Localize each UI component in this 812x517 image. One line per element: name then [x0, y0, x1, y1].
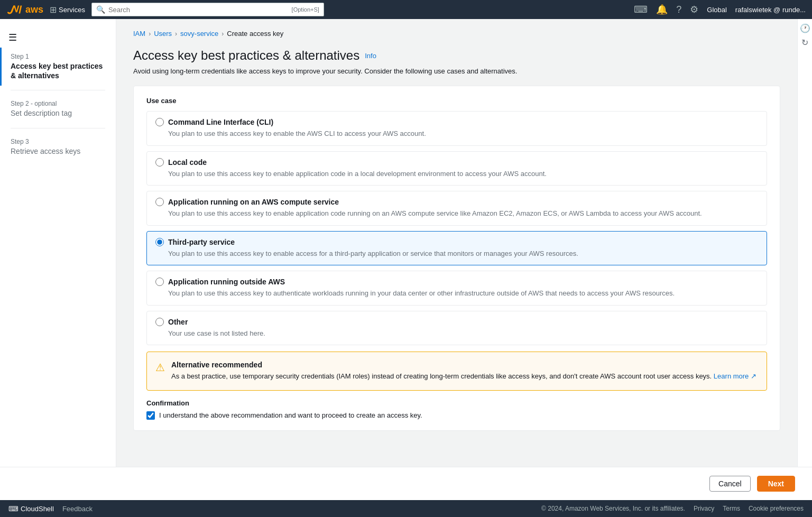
main-content: IAM › Users › sovy-service › Create acce…	[116, 19, 797, 467]
right-panel-reload-icon[interactable]: ↻	[801, 38, 808, 48]
option-aws-compute-title: Application running on an AWS compute se…	[168, 198, 339, 206]
option-outside-aws-title: Application running outside AWS	[168, 278, 285, 286]
radio-outside-aws[interactable]	[155, 278, 164, 286]
step1-label: Step 1	[11, 53, 105, 60]
step3-nav: Step 3 Retrieve access keys	[0, 133, 116, 161]
option-cli-desc: You plan to use this access key to enabl…	[168, 128, 758, 139]
right-panel: 🕐 ↻	[797, 19, 812, 467]
option-outside-aws[interactable]: Application running outside AWS You plan…	[146, 271, 767, 306]
info-link[interactable]: Info	[365, 52, 376, 60]
confirmation-checkbox-label[interactable]: I understand the above recommendation an…	[159, 411, 422, 419]
radio-local-code[interactable]	[155, 158, 164, 167]
option-cli-title: Command Line Interface (CLI)	[168, 118, 273, 126]
warning-text: As a best practice, use temporary securi…	[171, 371, 756, 382]
next-button[interactable]: Next	[757, 476, 795, 492]
confirmation-checkbox[interactable]	[146, 411, 155, 420]
top-navigation: aws ⊞ Services 🔍 [Option+S] ⌨ 🔔 ? ⚙ Glob…	[0, 0, 812, 19]
sidebar: ☰ Step 1 Access key best practices & alt…	[0, 19, 116, 467]
right-panel-clock-icon[interactable]: 🕐	[800, 23, 810, 33]
help-icon[interactable]: ?	[676, 4, 681, 15]
terms-link[interactable]: Terms	[723, 505, 740, 512]
page-subtitle: Avoid using long-term credentials like a…	[133, 67, 780, 75]
breadcrumb-users[interactable]: Users	[154, 30, 172, 38]
user-menu[interactable]: rafalswietek @ runde...	[735, 6, 806, 14]
step1-title: Access key best practices & alternatives	[11, 61, 105, 80]
confirmation-section: Confirmation I understand the above reco…	[146, 399, 767, 420]
step2-label: Step 2 - optional	[11, 100, 105, 107]
radio-aws-compute[interactable]	[155, 198, 164, 206]
option-third-party[interactable]: Third-party service You plan to use this…	[146, 231, 767, 266]
settings-icon[interactable]: ⚙	[690, 4, 698, 15]
option-local-code-desc: You plan to use this access key to enabl…	[168, 169, 758, 179]
learn-more-link[interactable]: Learn more ↗	[714, 372, 756, 380]
breadcrumb-iam[interactable]: IAM	[133, 30, 145, 38]
step2-title: Set description tag	[11, 108, 105, 118]
breadcrumb: IAM › Users › sovy-service › Create acce…	[133, 30, 780, 38]
grid-icon: ⊞	[50, 5, 57, 15]
feedback-link[interactable]: Feedback	[62, 505, 93, 513]
copyright: © 2024, Amazon Web Services, Inc. or its…	[541, 505, 685, 512]
step3-title: Retrieve access keys	[11, 146, 105, 156]
cookie-link[interactable]: Cookie preferences	[749, 505, 804, 512]
option-cli[interactable]: Command Line Interface (CLI) You plan to…	[146, 111, 767, 146]
option-aws-compute-desc: You plan to use this access key to enabl…	[168, 208, 758, 219]
page-title: Access key best practices & alternatives…	[133, 48, 780, 63]
cloudshell-button[interactable]: ⌨ CloudShell	[8, 505, 54, 513]
breadcrumb-current: Create access key	[227, 30, 283, 38]
option-other-title: Other	[168, 318, 188, 326]
search-shortcut: [Option+S]	[292, 6, 319, 13]
privacy-link[interactable]: Privacy	[694, 505, 714, 512]
footer-actions: Cancel Next	[0, 467, 812, 500]
breadcrumb-service[interactable]: sovy-service	[180, 30, 218, 38]
step2-nav: Step 2 - optional Set description tag	[0, 95, 116, 123]
warning-box: ⚠ Alternative recommended As a best prac…	[146, 352, 767, 391]
search-icon: 🔍	[96, 5, 105, 14]
bell-icon[interactable]: 🔔	[656, 4, 668, 15]
nav-right: ⌨ 🔔 ? ⚙ Global rafalswietek @ runde...	[634, 4, 806, 15]
use-case-card: Use case Command Line Interface (CLI) Yo…	[133, 86, 780, 431]
radio-third-party[interactable]	[155, 238, 164, 246]
warning-content: Alternative recommended As a best practi…	[171, 361, 756, 382]
cloudshell-icon[interactable]: ⌨	[634, 4, 648, 15]
services-menu[interactable]: ⊞ Services	[50, 5, 85, 15]
breadcrumb-sep3: ›	[222, 30, 224, 38]
step1-nav: Step 1 Access key best practices & alter…	[0, 48, 116, 86]
breadcrumb-sep2: ›	[175, 30, 177, 38]
sidebar-toggle[interactable]: ☰	[0, 27, 116, 48]
use-case-label: Use case	[146, 97, 767, 105]
services-label: Services	[59, 6, 85, 14]
warning-title: Alternative recommended	[171, 361, 756, 369]
option-other[interactable]: Other Your use case is not listed here.	[146, 311, 767, 346]
warning-icon: ⚠	[155, 361, 165, 382]
cancel-button[interactable]: Cancel	[709, 476, 751, 492]
option-local-code[interactable]: Local code You plan to use this access k…	[146, 151, 767, 186]
search-bar[interactable]: 🔍 [Option+S]	[91, 3, 324, 16]
option-local-code-title: Local code	[168, 158, 207, 167]
option-third-party-desc: You plan to use this access key to enabl…	[168, 248, 758, 259]
step3-label: Step 3	[11, 138, 105, 145]
radio-other[interactable]	[155, 318, 164, 326]
radio-cli[interactable]	[155, 118, 164, 126]
bottom-bar: ⌨ CloudShell Feedback © 2024, Amazon Web…	[0, 500, 812, 517]
option-aws-compute[interactable]: Application running on an AWS compute se…	[146, 191, 767, 226]
confirmation-label: Confirmation	[146, 399, 767, 407]
option-outside-aws-desc: You plan to use this access key to authe…	[168, 288, 758, 299]
breadcrumb-sep1: ›	[149, 30, 151, 38]
option-other-desc: Your use case is not listed here.	[168, 328, 758, 339]
page-title-text: Access key best practices & alternatives	[133, 48, 359, 63]
option-third-party-title: Third-party service	[168, 238, 235, 246]
region-selector[interactable]: Global	[707, 6, 727, 14]
aws-logo[interactable]: aws	[6, 4, 43, 15]
search-input[interactable]	[108, 6, 289, 14]
confirmation-checkbox-row[interactable]: I understand the above recommendation an…	[146, 411, 767, 420]
cloudshell-icon-bottom: ⌨	[8, 505, 19, 513]
